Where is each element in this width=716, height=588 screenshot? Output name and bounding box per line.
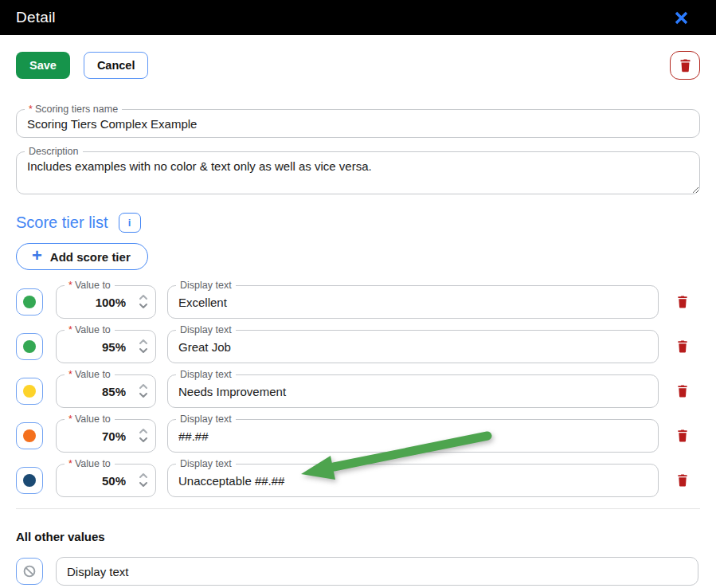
tier-display-input[interactable]	[168, 465, 658, 496]
tier-color-dot	[23, 385, 36, 398]
trash-icon	[676, 385, 689, 398]
plus-icon: +	[32, 247, 42, 265]
score-tier-row: *Value to Display text	[16, 374, 700, 408]
delete-tier-button[interactable]	[665, 419, 700, 453]
tier-display-field: Display text	[167, 419, 659, 453]
tier-color-dot	[23, 474, 36, 487]
delete-scoring-tiers-button[interactable]	[670, 51, 700, 80]
tier-value-field: *Value to	[56, 330, 156, 363]
score-tier-row: *Value to Display text	[16, 330, 700, 363]
scoring-tiers-name-field: *Scoring tiers name	[16, 109, 700, 138]
description-input[interactable]: Includes examples with no color & text o…	[17, 152, 699, 194]
all-other-values-heading: All other values	[16, 530, 700, 543]
stepper-arrows[interactable]	[138, 292, 149, 312]
score-tier-list: *Value to Display text *Value to	[16, 285, 700, 497]
delete-tier-button[interactable]	[665, 374, 700, 408]
description-label: Description	[25, 145, 83, 158]
close-button[interactable]	[672, 9, 691, 27]
tier-display-field: Display text	[167, 285, 659, 319]
tier-display-input[interactable]	[168, 331, 658, 363]
tier-color-dot	[23, 296, 36, 308]
info-button[interactable]: i	[119, 213, 141, 233]
tier-value-field: *Value to	[56, 419, 156, 453]
dialog-title: Detail	[16, 9, 56, 26]
tier-display-field: Display text	[167, 374, 659, 408]
tier-value-field: *Value to	[56, 464, 156, 497]
tier-display-input[interactable]	[168, 420, 658, 452]
stepper-arrows[interactable]	[138, 425, 149, 446]
tier-color-button[interactable]	[16, 378, 43, 405]
stepper-arrows[interactable]	[138, 336, 149, 357]
other-display-text-input[interactable]	[57, 558, 698, 585]
info-icon: i	[128, 217, 131, 229]
dialog-titlebar: Detail	[0, 0, 716, 35]
prohibited-icon	[22, 564, 37, 578]
tier-color-button[interactable]	[16, 422, 43, 449]
stepper-arrows[interactable]	[138, 381, 149, 402]
score-tier-list-heading-row: Score tier list i	[16, 212, 700, 233]
tier-color-button[interactable]	[16, 288, 43, 316]
score-tier-row: *Value to Display text	[16, 419, 700, 453]
section-divider	[16, 508, 700, 509]
add-score-tier-button[interactable]: + Add score tier	[16, 243, 148, 270]
tier-display-input[interactable]	[168, 375, 658, 407]
tier-value-field: *Value to	[56, 285, 156, 319]
score-tier-row: *Value to Display text	[16, 464, 700, 497]
trash-icon	[676, 474, 689, 487]
scoring-tiers-name-label: *Scoring tiers name	[25, 103, 122, 116]
other-display-text-field	[56, 557, 698, 586]
add-score-tier-label: Add score tier	[50, 250, 131, 264]
tier-display-field: Display text	[167, 464, 659, 497]
save-button[interactable]: Save	[16, 52, 70, 79]
delete-tier-button[interactable]	[665, 285, 700, 319]
tier-color-button[interactable]	[16, 467, 43, 494]
trash-icon	[676, 296, 689, 308]
trash-icon	[676, 340, 689, 353]
tier-display-field: Display text	[167, 330, 659, 363]
trash-icon	[676, 429, 689, 442]
tier-display-input[interactable]	[168, 286, 658, 318]
description-field: Description Includes examples with no co…	[16, 151, 700, 194]
toolbar: Save Cancel	[16, 51, 700, 80]
delete-tier-button[interactable]	[665, 464, 700, 497]
delete-tier-button[interactable]	[665, 330, 700, 363]
tier-color-dot	[23, 429, 36, 442]
score-tier-list-heading: Score tier list	[16, 214, 108, 232]
stepper-arrows[interactable]	[138, 470, 149, 491]
tier-color-dot	[23, 340, 36, 353]
cancel-button[interactable]: Cancel	[84, 52, 149, 79]
trash-icon	[679, 59, 692, 73]
no-color-button[interactable]	[16, 558, 43, 585]
all-other-values-row	[16, 557, 700, 586]
close-icon	[674, 10, 689, 25]
tier-value-field: *Value to	[56, 374, 156, 408]
score-tier-row: *Value to Display text	[16, 285, 700, 319]
tier-color-button[interactable]	[16, 333, 43, 360]
